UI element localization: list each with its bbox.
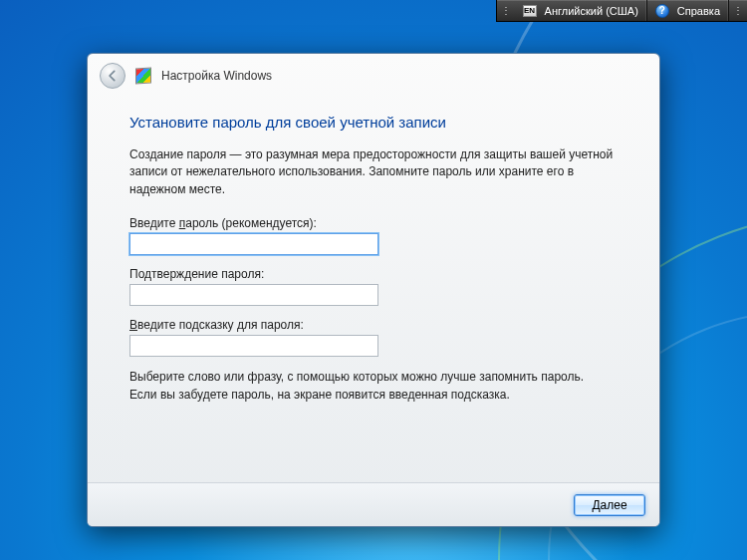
hint-label: Введите подсказку для пароля: (129, 318, 618, 332)
intro-text: Создание пароля — это разумная мера пред… (129, 146, 618, 198)
confirm-password-field-block: Подтверждение пароля: (129, 267, 618, 306)
confirm-password-label: Подтверждение пароля: (129, 267, 618, 281)
help-icon: ? (655, 4, 669, 18)
page-headline: Установите пароль для своей учетной запи… (129, 114, 618, 131)
toolbar-grip-right: ⋮ (729, 0, 747, 21)
confirm-password-input[interactable] (129, 284, 378, 306)
password-input[interactable] (129, 233, 378, 255)
language-indicator[interactable]: EN Английский (США) (515, 0, 647, 21)
back-button[interactable] (100, 63, 125, 89)
oobe-top-toolbar: ⋮ EN Английский (США) ? Справка ⋮ (496, 0, 747, 22)
hint-input[interactable] (129, 335, 378, 357)
wizard-title: Настройка Windows (161, 69, 272, 83)
password-label: Введите пароль (рекомендуется): (129, 216, 618, 230)
hint-field-block: Введите подсказку для пароля: (129, 318, 618, 357)
windows-flag-icon (135, 68, 151, 85)
arrow-left-icon (106, 69, 120, 83)
help-button[interactable]: ? Справка (647, 0, 729, 21)
password-field-block: Введите пароль (рекомендуется): (129, 216, 618, 255)
keyboard-layout-icon: EN (523, 5, 537, 17)
help-label: Справка (677, 5, 720, 17)
setup-wizard-window: Настройка Windows Установите пароль для … (87, 53, 660, 527)
hint-assist-text: Выберите слово или фразу, с помощью кото… (129, 369, 618, 404)
next-button[interactable]: Далее (574, 494, 645, 516)
wizard-footer: Далее (88, 482, 659, 526)
language-label: Английский (США) (545, 5, 638, 17)
wizard-header: Настройка Windows (88, 54, 659, 98)
wizard-body: Установите пароль для своей учетной запи… (88, 98, 659, 482)
toolbar-grip-left: ⋮ (497, 0, 515, 21)
